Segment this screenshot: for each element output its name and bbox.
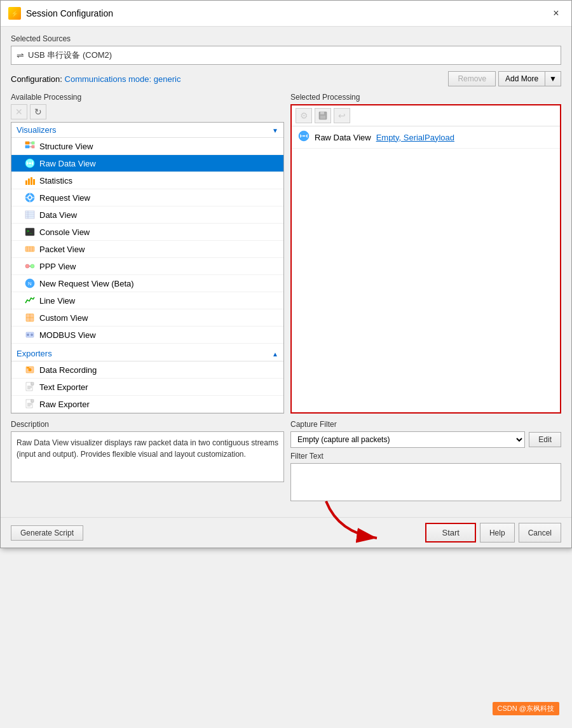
close-button[interactable]: × (548, 6, 564, 21)
packet-view-label: Packet View (39, 245, 85, 254)
exporters-header[interactable]: Exporters (11, 346, 283, 361)
config-row: Configuration: Communications mode: gene… (11, 71, 561, 86)
custom-view-icon (24, 312, 36, 323)
list-item-statistics[interactable]: Statistics (11, 172, 283, 189)
list-item-text-exporter[interactable]: Text Exporter (11, 379, 283, 396)
list-item-console-view[interactable]: >_ Console View (11, 224, 283, 241)
list-item-structure-view[interactable]: Structure View (11, 138, 283, 155)
data-recording-label: Data Recording (39, 365, 97, 375)
data-view-icon (24, 209, 36, 220)
config-link[interactable]: Communications mode: generic (65, 74, 181, 84)
cancel-button[interactable]: Cancel (519, 523, 561, 543)
delete-toolbar-btn[interactable]: ✕ (11, 104, 27, 119)
sources-input: ⇌ USB 串行设备 (COM2) (11, 46, 561, 65)
title-bar: ⚡ Session Configuration × (1, 1, 571, 27)
filter-text-input[interactable] (290, 463, 561, 501)
list-item-packet-view[interactable]: Packet View (11, 241, 283, 258)
description-box: Description Raw Data View visualizer dis… (11, 420, 284, 503)
list-item-new-request-view[interactable]: N New Request View (Beta) (11, 275, 283, 292)
list-item-data-view[interactable]: Data View (11, 206, 283, 224)
selected-item-link[interactable]: Empty, SerialPayload (376, 133, 454, 142)
selected-item-label: Raw Data View (315, 133, 371, 142)
watermark: CSDN @东枫科技 (493, 702, 559, 715)
request-view-icon (24, 192, 36, 203)
svg-rect-55 (320, 116, 325, 119)
modbus-view-label: MODBUS View (39, 330, 96, 340)
svg-rect-9 (28, 179, 30, 185)
raw-data-view-label: Raw Data View (39, 159, 96, 168)
remove-button[interactable]: Remove (448, 71, 496, 86)
custom-view-label: Custom View (39, 313, 88, 323)
svg-rect-49 (31, 400, 34, 402)
available-list[interactable]: Visualizers Structure View (11, 122, 284, 414)
list-item-data-recording[interactable]: Data Recording (11, 361, 283, 379)
new-request-view-icon: N (24, 278, 36, 289)
list-item-raw-exporter[interactable]: Raw Exporter (11, 396, 283, 413)
raw-exporter-label: Raw Exporter (39, 400, 90, 409)
visualizers-header[interactable]: Visualizers (11, 123, 283, 138)
structure-view-icon (24, 140, 36, 152)
selected-toolbar: ⚙ ↩ (292, 105, 560, 126)
structure-view-label: Structure View (39, 142, 93, 151)
main-content: Selected Sources ⇌ USB 串行设备 (COM2) Confi… (1, 27, 571, 517)
svg-point-38 (27, 334, 29, 336)
statistics-icon (24, 175, 36, 186)
line-view-label: Line View (39, 296, 75, 306)
selected-processing-box: ⚙ ↩ Raw Data View Empty, SerialPaylo (290, 104, 561, 414)
settings-toolbar-btn[interactable]: ⚙ (296, 108, 312, 123)
list-item-ppp-view[interactable]: PPP View (11, 258, 283, 275)
filter-text-label: Filter Text (290, 452, 561, 461)
list-item-raw-data-view[interactable]: Raw Data View (11, 155, 283, 172)
svg-rect-3 (32, 142, 34, 144)
line-view-icon (24, 295, 36, 306)
data-recording-icon (24, 364, 36, 375)
config-buttons: Remove Add More ▼ (448, 71, 561, 86)
add-more-dropdown[interactable]: ▼ (545, 71, 561, 86)
selected-raw-data-view-icon (298, 130, 310, 144)
main-panels: Available Processing ✕ ↻ Visualizers (11, 93, 561, 414)
edit-filter-button[interactable]: Edit (529, 432, 561, 447)
save-toolbar-btn[interactable] (315, 108, 331, 123)
list-item-line-view[interactable]: Line View (11, 292, 283, 309)
filter-box: Capture Filter Empty (capture all packet… (290, 420, 561, 503)
right-panel: Selected Processing ⚙ ↩ (290, 93, 561, 414)
start-button[interactable]: Start (425, 523, 475, 543)
list-item-request-view[interactable]: Request View (11, 189, 283, 206)
text-exporter-label: Text Exporter (39, 382, 88, 392)
available-toolbar: ✕ ↻ (11, 104, 284, 119)
usb-icon: ⇌ (17, 50, 24, 60)
session-config-window: ⚡ Session Configuration × Selected Sourc… (0, 0, 572, 548)
list-item-custom-view[interactable]: Custom View (11, 309, 283, 327)
ppp-view-icon (24, 260, 36, 272)
statistics-label: Statistics (39, 176, 72, 185)
svg-rect-1 (25, 145, 29, 148)
modbus-view-icon (24, 329, 36, 340)
add-more-button[interactable]: Add More (498, 71, 545, 86)
svg-point-29 (25, 264, 29, 268)
selected-item-raw-data-view: Raw Data View Empty, SerialPayload (292, 126, 560, 149)
selected-processing-label: Selected Processing (290, 93, 561, 102)
new-request-view-label: New Request View (Beta) (39, 279, 134, 288)
config-label: Configuration: Communications mode: gene… (11, 74, 180, 84)
capture-filter-row: Empty (capture all packets) Edit (290, 431, 561, 448)
svg-text:N: N (28, 281, 32, 286)
selected-list: Raw Data View Empty, SerialPayload (292, 126, 560, 412)
back-toolbar-btn[interactable]: ↩ (334, 108, 350, 123)
svg-rect-42 (27, 367, 29, 368)
config-label-text: Configuration: (11, 74, 62, 84)
add-more-split: Add More ▼ (498, 71, 561, 86)
raw-exporter-icon (24, 398, 36, 410)
help-button[interactable]: Help (480, 523, 515, 543)
footer-bar: Generate Script Start Help Cancel (1, 517, 571, 548)
redo-toolbar-btn[interactable]: ↻ (30, 104, 46, 119)
visualizers-chevron (272, 125, 278, 135)
list-item-modbus-view[interactable]: MODBUS View (11, 327, 283, 344)
exporters-chevron (272, 349, 278, 358)
generate-script-button[interactable]: Generate Script (11, 525, 83, 541)
capture-filter-label: Capture Filter (290, 420, 561, 429)
ppp-view-label: PPP View (39, 262, 76, 271)
data-view-label: Data View (39, 210, 77, 220)
svg-rect-10 (31, 177, 32, 185)
capture-filter-select[interactable]: Empty (capture all packets) (290, 431, 525, 448)
svg-point-39 (31, 334, 33, 336)
